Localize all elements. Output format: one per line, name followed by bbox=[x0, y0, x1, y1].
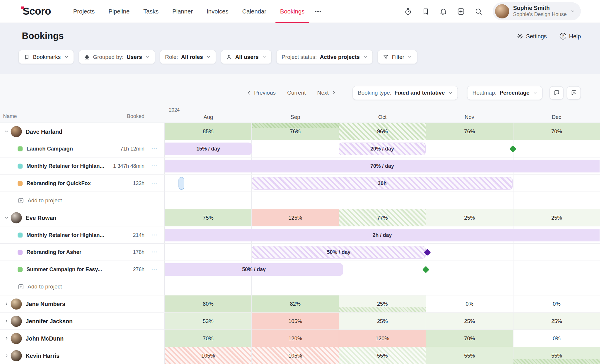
utilization-value: 25% bbox=[377, 318, 388, 324]
nav-more-button[interactable] bbox=[311, 0, 324, 23]
filter-all-users[interactable]: All users bbox=[221, 50, 272, 64]
utilization-value: 96% bbox=[377, 128, 388, 134]
utilization-value: 70% bbox=[464, 335, 475, 341]
nav-item-pipeline[interactable]: Pipeline bbox=[102, 0, 137, 23]
heatmap-cell: 82% bbox=[251, 295, 338, 312]
heatmap-cell: 85% bbox=[165, 123, 251, 140]
add-to-project-button[interactable]: Add to project bbox=[18, 197, 62, 204]
expand-group-button[interactable] bbox=[3, 302, 10, 306]
heatmap-cell: 70% bbox=[513, 123, 600, 140]
project-color-icon bbox=[18, 233, 23, 237]
heatmap-cell: 105% bbox=[251, 347, 338, 364]
booking-bar[interactable]: 2h / day bbox=[165, 229, 599, 241]
scoro-logo[interactable]: Scoro bbox=[22, 5, 51, 17]
group-name: Kevin Harris bbox=[26, 352, 60, 359]
help-button[interactable]: ? Help bbox=[560, 33, 581, 39]
booking-bar[interactable]: 50% / day bbox=[165, 263, 343, 276]
collapse-group-button[interactable] bbox=[3, 215, 10, 220]
booking-bar[interactable]: 20% / day bbox=[339, 143, 426, 155]
filter-value: Filter bbox=[392, 54, 404, 60]
next-button[interactable]: Next bbox=[317, 90, 336, 96]
filter-prefix: Project status: bbox=[282, 54, 317, 60]
booking-type-select[interactable]: Booking type: Fixed and tentative bbox=[352, 86, 458, 100]
nav-item-calendar[interactable]: Calendar bbox=[235, 0, 273, 23]
user-menu[interactable]: Sophie Smith Sophie's Design House bbox=[493, 2, 581, 20]
utilization-value: 125% bbox=[288, 215, 302, 221]
previous-button[interactable]: Previous bbox=[246, 90, 276, 96]
filter-filter[interactable]: Filter bbox=[377, 50, 417, 64]
group-name: Jennifer Jackson bbox=[26, 318, 73, 324]
project-row: Summer Campaign for Easy...276h⋯50% / da… bbox=[0, 261, 600, 278]
filter-project-status[interactable]: Project status:Active projects bbox=[276, 50, 373, 64]
filter-value: Users bbox=[127, 54, 142, 60]
user-organization: Sophie's Design House bbox=[513, 12, 567, 18]
booking-bar[interactable]: 30h bbox=[252, 177, 513, 189]
project-color-icon bbox=[18, 146, 23, 151]
add-to-project-button[interactable]: Add to project bbox=[18, 283, 62, 290]
expand-group-button[interactable] bbox=[3, 353, 10, 358]
notifications-button[interactable] bbox=[438, 6, 448, 16]
month-label: Aug bbox=[165, 114, 252, 123]
chevron-down-icon bbox=[262, 55, 266, 59]
quick-add-button[interactable] bbox=[456, 6, 466, 16]
booking-bar[interactable]: 15% / day bbox=[165, 143, 252, 155]
bookmark-icon bbox=[24, 54, 30, 60]
utilization-value: 55% bbox=[464, 353, 475, 359]
timeline-cell bbox=[251, 140, 338, 157]
filter-value: All roles bbox=[181, 54, 203, 60]
row-menu-button[interactable]: ⋯ bbox=[151, 163, 158, 169]
filter-role[interactable]: Role:All roles bbox=[160, 50, 216, 64]
current-button[interactable]: Current bbox=[287, 90, 306, 96]
grid-icon bbox=[84, 54, 90, 60]
row-menu-button[interactable]: ⋯ bbox=[151, 232, 158, 238]
utilization-value: 75% bbox=[203, 215, 214, 221]
add-to-project-label: Add to project bbox=[28, 197, 62, 204]
expand-group-button[interactable] bbox=[3, 336, 10, 341]
timeline-cell bbox=[339, 278, 426, 295]
utilization-value: 120% bbox=[288, 335, 302, 341]
comments-toggle-button[interactable] bbox=[549, 86, 563, 100]
timeline-controls: Previous Current Next Booking type: Fixe… bbox=[18, 86, 581, 100]
search-icon bbox=[474, 7, 483, 16]
utilization-value: 25% bbox=[377, 301, 388, 307]
collapse-group-button[interactable] bbox=[3, 129, 10, 134]
project-color-icon bbox=[18, 181, 23, 186]
booking-bar[interactable]: 70% / day bbox=[165, 160, 599, 172]
booked-hours: 71h 12min bbox=[105, 146, 144, 152]
add-comment-button[interactable] bbox=[567, 86, 581, 100]
filter-bookmarks[interactable]: Bookmarks bbox=[18, 50, 74, 64]
name-column-header: Name bbox=[3, 113, 17, 119]
booked-hours: 276h bbox=[105, 266, 144, 272]
booking-bar[interactable]: 50% / day bbox=[252, 246, 426, 259]
row-menu-button[interactable]: ⋯ bbox=[151, 249, 158, 255]
nav-item-bookings[interactable]: Bookings bbox=[273, 0, 311, 23]
nav-item-invoices[interactable]: Invoices bbox=[200, 0, 235, 23]
timeline-cell bbox=[513, 261, 600, 278]
heatmap-select[interactable]: Heatmap: Percentage bbox=[467, 86, 543, 100]
filter-grouped-by[interactable]: Grouped by:Users bbox=[78, 50, 155, 64]
timeline-cell bbox=[339, 261, 426, 278]
nav-item-projects[interactable]: Projects bbox=[66, 0, 101, 23]
row-menu-button[interactable]: ⋯ bbox=[151, 180, 158, 186]
nav-item-tasks[interactable]: Tasks bbox=[137, 0, 166, 23]
filter-prefix: Role: bbox=[165, 54, 178, 60]
row-menu-button[interactable]: ⋯ bbox=[151, 146, 158, 152]
nav-icon-cluster bbox=[403, 6, 484, 16]
settings-button[interactable]: Settings bbox=[517, 33, 547, 39]
search-button[interactable] bbox=[474, 6, 484, 16]
month-label: Nov bbox=[426, 114, 513, 123]
expand-group-button[interactable] bbox=[3, 319, 10, 324]
help-label: Help bbox=[569, 33, 581, 39]
page-header: Bookings Settings ? Help bbox=[0, 23, 600, 49]
heatmap-cell: 76% bbox=[251, 123, 338, 140]
drag-selection[interactable] bbox=[179, 177, 185, 189]
time-tracker-button[interactable] bbox=[403, 6, 413, 16]
heatmap-cell: 55% bbox=[339, 347, 426, 364]
bookmarks-button[interactable] bbox=[421, 6, 431, 16]
nav-item-planner[interactable]: Planner bbox=[166, 0, 200, 23]
tentative-hatch bbox=[513, 359, 600, 364]
heatmap-cell: 70% bbox=[426, 330, 513, 347]
row-menu-button[interactable]: ⋯ bbox=[151, 266, 158, 272]
utilization-value: 120% bbox=[376, 335, 389, 341]
utilization-value: 55% bbox=[551, 353, 562, 359]
